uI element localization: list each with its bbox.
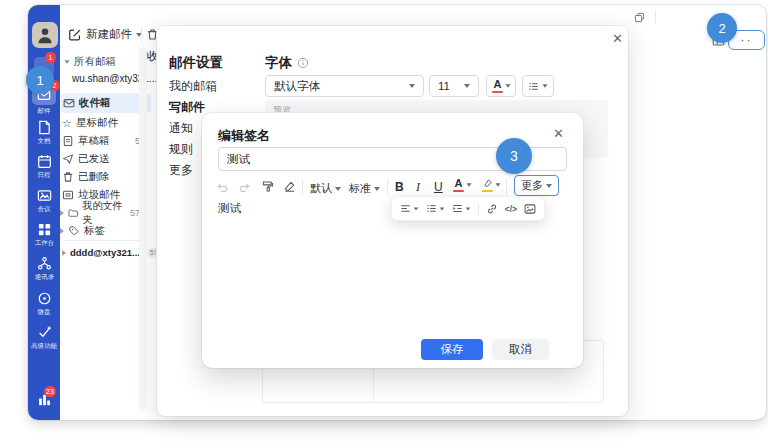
workspace-badge: 1 (45, 52, 56, 63)
folder-label: 草稿箱 (78, 134, 110, 148)
cancel-button[interactable]: 取消 (492, 339, 549, 360)
font-size-select[interactable]: 11 (429, 75, 479, 97)
avatar[interactable] (32, 22, 58, 48)
italic-button[interactable]: I (416, 180, 420, 195)
underline-button[interactable]: U (434, 180, 443, 194)
settings-menu-mailboxes[interactable]: 我的邮箱 (169, 78, 217, 95)
bold-button[interactable]: B (395, 180, 404, 194)
indent-icon (452, 203, 463, 214)
undo-button[interactable] (216, 181, 229, 194)
sidebar-item-drive-label: 微盘 (38, 308, 51, 315)
folder-row-deleted[interactable]: 已删除 (62, 168, 147, 186)
sidebar-item-workbench[interactable]: 工作台 (28, 222, 60, 247)
highlight-color-button[interactable] (482, 178, 501, 192)
chevron-down-icon (505, 84, 510, 87)
bottom-app-badge: 23 (44, 386, 56, 397)
editor-more-button[interactable]: 更多 (514, 175, 559, 196)
eraser-icon (283, 180, 296, 193)
align-button[interactable] (400, 203, 419, 214)
sidebar-item-advanced-label: 高级功能 (31, 342, 57, 349)
chevron-down-icon (464, 84, 470, 88)
folder-row-drafts[interactable]: 草稿箱 55 (62, 132, 147, 150)
editor-more-dropdown: </> (391, 196, 545, 221)
settings-title: 邮件设置 (169, 54, 223, 72)
sidebar-item-meeting[interactable]: 会议 (28, 188, 60, 213)
folder-label: 收件箱 (79, 96, 111, 110)
folder-row-inbox[interactable]: 收件箱 1 (61, 93, 151, 113)
highlighter-icon (482, 178, 493, 189)
font-color-letter: A (494, 79, 502, 90)
clear-format-button[interactable] (283, 180, 296, 193)
caret-right-icon (60, 228, 64, 234)
send-icon (62, 153, 74, 165)
link-icon (486, 203, 498, 215)
org-chart-icon (37, 256, 52, 271)
meeting-icon (37, 188, 52, 203)
settings-menu-rules[interactable]: 规则 (169, 141, 193, 158)
screenshot-root: 1 2 邮件 文档 日程 会议 工作 (0, 0, 768, 447)
editor-font-size-select[interactable]: 标准 (349, 181, 380, 196)
sidebar-item-workbench-label: 工作台 (34, 239, 53, 246)
font-family-select[interactable]: 默认字体 (265, 75, 424, 97)
caret-down-icon (64, 60, 69, 64)
font-color-button[interactable]: A (486, 75, 516, 97)
font-color-swatch (492, 91, 503, 93)
bullet-list-button[interactable] (426, 203, 445, 214)
folder-row-myfolders[interactable]: 我的文件夹 572 (60, 204, 147, 222)
settings-close-button[interactable]: ✕ (612, 32, 623, 45)
chevron-down-icon (414, 207, 419, 210)
indent-button[interactable] (452, 203, 471, 214)
caret-right-icon (60, 210, 64, 216)
trash-icon (62, 171, 74, 183)
person-icon (35, 25, 55, 45)
insert-image-button[interactable] (524, 203, 536, 215)
compose-button[interactable]: 新建邮件 (68, 27, 142, 42)
dialog-close-button[interactable]: ✕ (553, 127, 564, 140)
restore-window-button[interactable] (634, 12, 645, 23)
settings-menu-notifications[interactable]: 通知 (169, 120, 193, 137)
chevron-down-icon (374, 187, 380, 191)
editor-more-label: 更多 (521, 178, 543, 193)
toolbar-divider (141, 27, 142, 42)
folder-row-sent[interactable]: 已发送 (62, 150, 147, 168)
sidebar-item-contacts[interactable]: 通讯录 (28, 256, 60, 281)
toolbar-divider (506, 179, 507, 195)
sidebar-item-meeting-label: 会议 (38, 205, 51, 212)
undo-icon (216, 181, 229, 194)
sidebar-item-drive[interactable]: 微盘 (28, 291, 60, 316)
sidebar-item-advanced[interactable]: 高级功能 (28, 325, 60, 350)
compose-icon (68, 28, 82, 42)
check-plus-icon (37, 325, 52, 340)
settings-menu-more[interactable]: 更多 (169, 162, 193, 179)
folder-row-tags[interactable]: 标签 (60, 222, 147, 240)
list-style-button[interactable] (522, 75, 554, 97)
save-button[interactable]: 保存 (421, 339, 483, 360)
redo-button[interactable] (238, 181, 251, 194)
info-icon[interactable] (297, 57, 309, 69)
folder-group-all[interactable]: 所有邮箱 (64, 55, 116, 69)
settings-menu-compose[interactable]: 写邮件 (169, 99, 205, 116)
insert-link-button[interactable] (486, 203, 498, 215)
code-button[interactable]: </> (505, 204, 517, 214)
sidebar-item-docs[interactable]: 文档 (28, 120, 60, 145)
annotation-2: 2 (707, 13, 737, 43)
restore-icon (634, 12, 645, 23)
signature-body-text[interactable]: 测试 (218, 201, 241, 216)
sidebar-item-calendar[interactable]: 日程 (28, 154, 60, 179)
grid-icon (37, 222, 52, 237)
folder-row-starred[interactable]: ☆ 星标邮件 (62, 114, 147, 132)
folder-label: 已删除 (78, 170, 110, 184)
scrollbar[interactable] (139, 48, 147, 410)
ellipsis-icon: ·· (741, 33, 753, 47)
sidebar-item-docs-label: 文档 (38, 137, 51, 144)
sidebar-item-mail-label: 邮件 (29, 107, 58, 114)
disk-icon (37, 291, 52, 306)
editor-font-family-value: 默认 (310, 181, 332, 196)
caret-right-icon (62, 250, 66, 256)
account-secondary[interactable]: dddd@xty321.... 575 (62, 247, 164, 258)
text-color-button[interactable]: A (453, 178, 472, 192)
document-icon (37, 120, 52, 135)
editor-font-family-select[interactable]: 默认 (310, 181, 341, 196)
compose-label: 新建邮件 (86, 27, 132, 42)
format-painter-button[interactable] (261, 180, 274, 193)
